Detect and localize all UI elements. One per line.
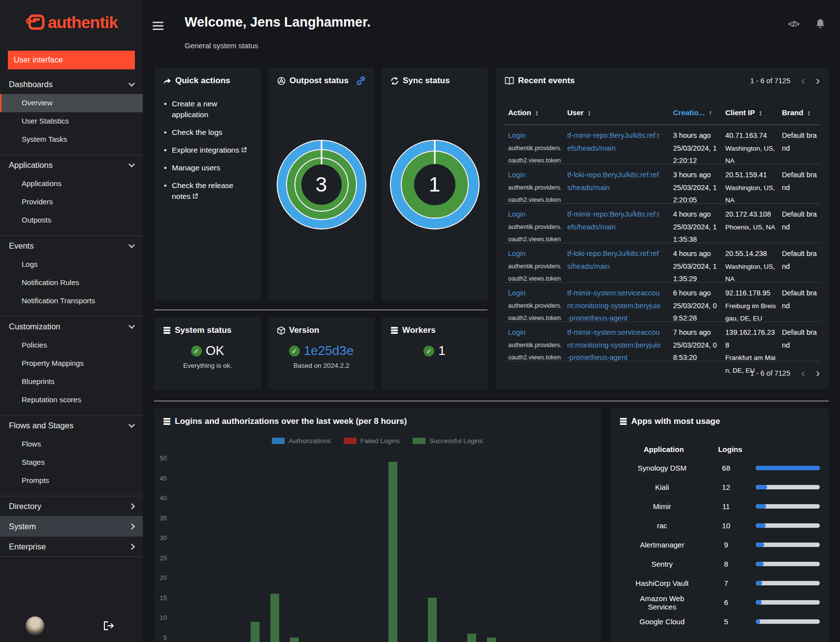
quick-action-check-the-logs[interactable]: Check the logs bbox=[163, 127, 252, 138]
event-user-link[interactable]: tf-mimir-repo:BeryJu/k8s:ref:refs/heads/… bbox=[567, 208, 662, 233]
chart-bar bbox=[270, 594, 279, 642]
sidebar-item-applications[interactable]: Applications bbox=[0, 175, 143, 193]
event-action-link[interactable]: Login bbox=[508, 250, 525, 257]
event-created-cell: 7 hours ago25/03/2024, 08:53:20 bbox=[673, 326, 720, 364]
menu-icon[interactable] bbox=[153, 22, 163, 32]
sidebar-item-prompts[interactable]: Prompts bbox=[0, 472, 143, 490]
sidebar-group-enterprise[interactable]: Enterprise bbox=[0, 537, 143, 556]
cube-icon bbox=[277, 326, 285, 335]
sidebar-item-logs[interactable]: Logs bbox=[0, 256, 143, 274]
apps-col-logins: Logins bbox=[708, 445, 752, 453]
table-row: Loginauthentik.providers.oauth2.views.to… bbox=[505, 322, 820, 361]
table-row: Loginauthentik.providers.oauth2.views.to… bbox=[505, 204, 820, 243]
sort-icon[interactable]: ↕ bbox=[535, 109, 539, 117]
y-axis-tick: 5 bbox=[154, 634, 167, 641]
event-datetime: 25/03/2024, 12:20:12 bbox=[673, 142, 720, 167]
events-table-header: Action↕User↕Creatio...↑Client IP↕Brand↕ bbox=[505, 108, 820, 125]
event-action-link[interactable]: Login bbox=[508, 328, 525, 336]
events-col-client-ip[interactable]: Client IP↕ bbox=[725, 108, 762, 117]
y-axis-tick: 40 bbox=[154, 494, 167, 502]
sort-icon[interactable]: ↕ bbox=[759, 109, 762, 117]
external-link-icon bbox=[191, 193, 198, 199]
sidebar-group-customization[interactable]: Customization bbox=[0, 317, 143, 336]
events-col-brand[interactable]: Brand↕ bbox=[782, 108, 810, 117]
sidebar-item-stages[interactable]: Stages bbox=[0, 453, 143, 472]
apps-row-hashicorp-vault: HashiCorp Vault7 bbox=[619, 574, 820, 593]
sort-icon[interactable]: ↕ bbox=[587, 109, 591, 117]
event-action-cell: Loginauthentik.providers.oauth2.views.to… bbox=[508, 169, 562, 207]
pagination-top: 1 - 6 of 7125 ‹ › bbox=[750, 77, 820, 85]
event-ip: 40.71.163.74 bbox=[725, 129, 777, 142]
sort-icon[interactable]: ↑ bbox=[709, 109, 712, 117]
prev-page-icon[interactable]: ‹ bbox=[801, 77, 805, 84]
quick-action-manage-users[interactable]: Manage users bbox=[163, 162, 252, 173]
event-datetime: 25/03/2024, 11:35:29 bbox=[673, 260, 720, 286]
table-row: Loginauthentik.providers.oauth2.views.to… bbox=[505, 283, 820, 322]
events-col-user[interactable]: User↕ bbox=[567, 108, 591, 117]
sidebar-group-applications[interactable]: Applications bbox=[0, 155, 143, 175]
sidebar-group-dashboards[interactable]: Dashboards bbox=[0, 74, 143, 94]
sidebar-item-user-statistics[interactable]: User Statistics bbox=[0, 112, 143, 130]
sign-out-icon[interactable] bbox=[103, 621, 114, 631]
app-logins: 12 bbox=[705, 483, 747, 491]
nav-group-applications: ApplicationsApplicationsProvidersOutpost… bbox=[0, 155, 143, 236]
version-title: Version bbox=[289, 325, 319, 335]
event-created-cell: 3 hours ago25/03/2024, 12:20:12 bbox=[673, 129, 720, 167]
sidebar-item-property-mappings[interactable]: Property Mappings bbox=[0, 354, 143, 373]
event-context: authentik.providers.oauth2.views.token bbox=[508, 339, 562, 364]
sidebar-item-system-tasks[interactable]: System Tasks bbox=[0, 130, 143, 149]
quick-action-check-the-release-notes[interactable]: Check the release notes bbox=[163, 180, 252, 202]
event-user-link[interactable]: tf-loki-repo:BeryJu/k8s:ref:refs/heads/m… bbox=[567, 248, 662, 273]
quick-action-explore-integrations[interactable]: Explore integrations bbox=[163, 145, 252, 156]
quick-action-label: Manage users bbox=[172, 163, 220, 172]
event-user-link[interactable]: tf-mimir-system:serviceaccount:monitorin… bbox=[567, 326, 662, 364]
chart-bar bbox=[487, 638, 496, 642]
event-action-link[interactable]: Login bbox=[508, 131, 525, 139]
user-interface-button[interactable]: User interface bbox=[8, 51, 135, 69]
events-col-creatio-[interactable]: Creatio...↑ bbox=[673, 108, 712, 117]
version-value[interactable]: 1e25d3e bbox=[304, 343, 354, 358]
sidebar-item-flows[interactable]: Flows bbox=[0, 435, 143, 453]
sidebar-item-blueprints[interactable]: Blueprints bbox=[0, 373, 143, 391]
chevron-down-icon bbox=[129, 161, 135, 167]
pagination-label: 1 - 6 of 7125 bbox=[750, 77, 790, 85]
recent-events-title: Recent events bbox=[518, 76, 575, 86]
y-axis-tick: 35 bbox=[154, 514, 167, 521]
event-created-cell: 4 hours ago25/03/2024, 11:35:29 bbox=[673, 248, 720, 286]
event-brand-cell: Default brand bbox=[782, 169, 820, 194]
sidebar-item-notification-transports[interactable]: Notification Transports bbox=[0, 292, 143, 310]
sidebar-item-overview[interactable]: Overview bbox=[0, 94, 143, 112]
sidebar-group-directory[interactable]: Directory bbox=[0, 496, 143, 516]
events-col-action[interactable]: Action↕ bbox=[508, 108, 539, 117]
event-user-link[interactable]: tf-mimir-repo:BeryJu/k8s:ref:refs/heads/… bbox=[567, 129, 662, 155]
sidebar-group-system[interactable]: System bbox=[0, 516, 143, 536]
sidebar-item-policies[interactable]: Policies bbox=[0, 336, 143, 354]
sidebar-item-outposts[interactable]: Outposts bbox=[0, 211, 143, 229]
event-brand-cell: Default brand bbox=[782, 326, 820, 352]
sidebar-group-flows-and-stages[interactable]: Flows and Stages bbox=[0, 416, 143, 435]
event-action-link[interactable]: Login bbox=[508, 210, 525, 218]
bell-icon[interactable] bbox=[815, 19, 825, 30]
event-action-link[interactable]: Login bbox=[508, 289, 525, 297]
next-page-icon-bottom[interactable]: › bbox=[816, 370, 820, 377]
sidebar-item-providers[interactable]: Providers bbox=[0, 193, 143, 211]
link-icon[interactable] bbox=[356, 76, 365, 85]
sidebar-item-notification-rules[interactable]: Notification Rules bbox=[0, 274, 143, 292]
sort-icon[interactable]: ↕ bbox=[807, 109, 810, 117]
prev-page-icon-bottom[interactable]: ‹ bbox=[801, 370, 805, 377]
next-page-icon[interactable]: › bbox=[816, 77, 820, 84]
app-usage-bar bbox=[756, 485, 820, 489]
avatar[interactable] bbox=[26, 616, 44, 635]
code-icon[interactable]: </> bbox=[788, 19, 799, 30]
chevron-right-icon bbox=[129, 523, 135, 530]
event-brand-cell: Default brand bbox=[782, 287, 820, 312]
event-action-link[interactable]: Login bbox=[508, 171, 525, 179]
event-user-link[interactable]: tf-loki-repo:BeryJu/k8s:ref:refs/heads/m… bbox=[567, 169, 662, 194]
apps-row-amazon-web-services: Amazon Web Services6 bbox=[619, 593, 820, 612]
quick-action-create-a-new-application[interactable]: Create a new application bbox=[163, 98, 252, 120]
event-clientip-cell: 20.51.159.41Washington, US, NA bbox=[725, 169, 777, 207]
sidebar-item-reputation-scores[interactable]: Reputation scores bbox=[0, 391, 143, 409]
event-user-link[interactable]: tf-mimir-system:serviceaccount:monitorin… bbox=[567, 287, 662, 325]
event-brand-cell: Default brand bbox=[782, 248, 820, 273]
sidebar-group-events[interactable]: Events bbox=[0, 236, 143, 256]
